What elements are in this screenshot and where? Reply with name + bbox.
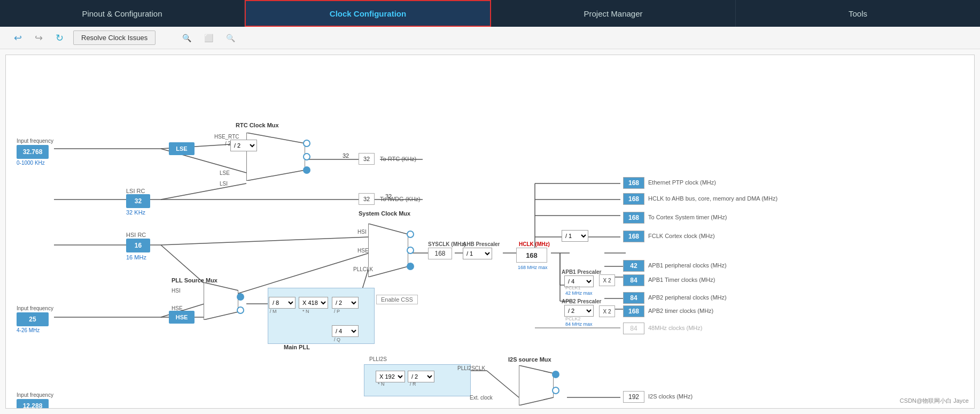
fit-button[interactable]: ⬜	[201, 32, 216, 44]
svg-marker-52	[519, 365, 554, 405]
main-pll-label: Main PLL	[284, 344, 310, 350]
pll-mux-radio-2[interactable]	[237, 306, 244, 314]
iwdg-val: 32	[359, 193, 375, 205]
undo-button[interactable]: ↩	[11, 30, 25, 46]
sysclk-label: SYSCLK (MHz)	[428, 241, 466, 247]
i2s-mux-shape	[519, 365, 554, 405]
pll-m-div-select[interactable]: / 8	[269, 297, 295, 309]
i2s-mux-radio-2[interactable]	[552, 387, 559, 394]
ahb-label: HCLK to AHB bus, core, memory and DMA (M…	[648, 195, 777, 202]
apb2-peripheral-label: APB2 peripheral clocks (MHz)	[648, 294, 727, 301]
cortex-div-select[interactable]: / 1	[562, 230, 588, 242]
hse-pll-label: HSE	[172, 305, 183, 311]
plli2s-n-label: * N	[378, 381, 385, 387]
apb2-prescaler-select[interactable]: / 2	[564, 305, 594, 317]
pll-p-div-select[interactable]: / 2	[332, 297, 359, 309]
hsi-rc-label: HSI RC	[126, 232, 146, 238]
zoom-in-button[interactable]: 🔍	[179, 32, 195, 44]
plli2s-label: PLLI2S	[369, 356, 387, 362]
cortex-timer-label: To Cortex System timer (MHz)	[648, 214, 727, 220]
lse-block[interactable]: LSE	[169, 142, 195, 155]
to-rtc-label: To RTC (KHz)	[380, 156, 416, 162]
i2s-val: 192	[623, 391, 644, 403]
i2s-source-mux-label: I2S source Mux	[508, 356, 551, 363]
apb1-prescaler-label: APB1 Prescaler	[562, 269, 602, 275]
hse-rtc-label: HSE_RTC	[214, 134, 239, 140]
tab-pinout[interactable]: Pinout & Configuration	[0, 0, 245, 27]
input-freq-1-range: 0-1000 KHz	[17, 160, 53, 166]
sys-mux-radio-3[interactable]	[407, 263, 414, 270]
input-freq-2-group: Input frequency 25 4-26 MHz	[17, 305, 53, 333]
rtc-mux-radio-3[interactable]	[303, 166, 310, 174]
enable-css-button[interactable]: Enable CSS	[376, 295, 418, 304]
pll-n-mul-select[interactable]: X 418	[299, 297, 328, 309]
i2s-mux-radio-1[interactable]	[552, 371, 559, 378]
refresh-button[interactable]: ↻	[52, 30, 67, 46]
main-content: 32 32	[0, 49, 980, 414]
48mhz-label: 48MHz clocks (MHz)	[648, 325, 702, 331]
ahb-prescaler-select[interactable]: / 1	[463, 248, 492, 259]
fclk-val: 168	[623, 231, 644, 242]
lsi-value-block: 32	[126, 194, 150, 208]
top-navigation: Pinout & Configuration Clock Configurati…	[0, 0, 980, 27]
pll-m-label: / M	[270, 309, 277, 314]
pll-q-div-select[interactable]: / 4	[332, 325, 359, 337]
hsi-value-block: 16	[126, 239, 150, 252]
apb1-val: 42	[623, 260, 644, 272]
plli2s-n-select[interactable]: X 192	[376, 371, 405, 382]
pll-n-label: * N	[302, 309, 309, 314]
redo-button[interactable]: ↪	[32, 30, 46, 46]
hse-block[interactable]: HSE	[169, 311, 195, 324]
input-freq-1-label: Input frequency	[17, 138, 53, 144]
tab-pinout-label: Pinout & Configuration	[82, 9, 162, 18]
svg-line-8	[161, 183, 246, 200]
plli2sclk-label: PLLI2SCLK	[457, 365, 485, 371]
plli2s-r-select[interactable]: / 2	[408, 371, 434, 382]
tab-project[interactable]: Project Manager	[491, 0, 736, 27]
rtc-mux-radio-2[interactable]	[303, 153, 310, 160]
diagram-lines: 32 32	[6, 55, 974, 408]
pclk1-label: PCLK1	[565, 285, 581, 290]
input-freq-2-value[interactable]: 25	[17, 312, 49, 326]
hclk-val[interactable]: 168	[516, 248, 547, 263]
hse-div2-select[interactable]: / 2	[230, 140, 257, 151]
tab-tools-label: Tools	[849, 9, 867, 18]
input-freq-1-value[interactable]: 32.768	[17, 145, 49, 159]
watermark: CSDN@物联网小白 Jayce	[900, 397, 969, 405]
sysclk-val: 168	[428, 248, 452, 259]
lsi-freq-label: 32 KHz	[126, 209, 145, 216]
pll-source-mux-shape	[204, 282, 238, 320]
ahb-prescaler-label: AHB Prescaler	[463, 241, 500, 247]
sys-mux-radio-1[interactable]	[407, 231, 414, 238]
hsi-freq-label: 16 MHz	[126, 254, 146, 260]
plli2s-r-label: / R	[410, 381, 416, 387]
svg-line-16	[161, 237, 369, 245]
lsi-mux-label: LSI	[220, 181, 228, 187]
rtc-mux-radio-1[interactable]	[303, 140, 310, 147]
input-freq-3-value[interactable]: 12.288	[17, 399, 49, 409]
ahb-val: 168	[623, 193, 644, 205]
clock-diagram: 32 32	[5, 55, 975, 409]
rtc-clock-mux-label: RTC Clock Mux	[236, 122, 279, 128]
resolve-clock-issues-button[interactable]: Resolve Clock Issues	[73, 30, 155, 45]
apb2-timer-label: APB2 timer clocks (MHz)	[648, 308, 713, 314]
zoom-out-button[interactable]: 🔍	[223, 32, 238, 44]
system-mux-shape	[368, 224, 408, 277]
tab-tools[interactable]: Tools	[736, 0, 980, 27]
hse-sys-mux-label: HSE	[357, 248, 369, 254]
fclk-label: FCLK Cortex clock (MHz)	[648, 233, 715, 239]
48mhz-val: 84	[623, 323, 644, 334]
hclk-label: HCLK (MHz)	[519, 241, 550, 247]
tab-clock[interactable]: Clock Configuration	[245, 0, 491, 27]
pll-p-label: / P	[334, 309, 340, 314]
input-freq-2-label: Input frequency	[17, 305, 53, 311]
apb2-timer-val: 168	[623, 305, 644, 317]
hclk-max-label: 168 MHz max	[518, 265, 548, 270]
input-freq-2-range: 4-26 MHz	[17, 327, 53, 333]
sys-mux-radio-2[interactable]	[407, 247, 414, 254]
pclk2-label: PCLK2	[565, 316, 581, 321]
lse-mux-label: LSE	[220, 170, 230, 176]
tab-project-label: Project Manager	[584, 9, 642, 18]
pll-mux-radio-1[interactable]	[237, 293, 244, 301]
input-freq-3-group: Input frequency 12.288	[17, 392, 53, 409]
